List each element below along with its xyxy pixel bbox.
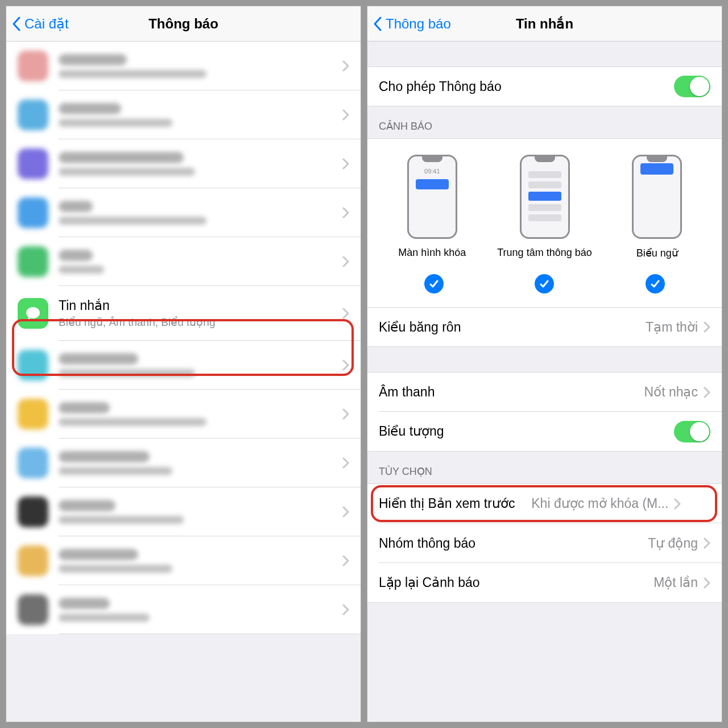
app-icon — [18, 100, 48, 130]
sound-row[interactable]: Âm thanh Nốt nhạc — [367, 372, 722, 412]
banner-preview-icon — [632, 155, 682, 239]
blurred-title — [59, 152, 184, 163]
grouping-value: Tự động — [648, 536, 698, 551]
blurred-subtitle — [59, 565, 172, 573]
banner-style-row[interactable]: Kiểu băng rôn Tạm thời — [367, 307, 722, 347]
blurred-subtitle — [59, 369, 195, 377]
blurred-subtitle — [59, 418, 206, 426]
app-row-blurred[interactable] — [6, 390, 361, 439]
blurred-title — [59, 500, 115, 511]
chevron-right-icon — [342, 158, 349, 169]
chevron-right-icon — [674, 498, 681, 510]
app-row-blurred[interactable] — [6, 536, 361, 585]
chevron-left-icon — [373, 16, 382, 31]
grouping-label: Nhóm thông báo — [379, 536, 648, 551]
alert-style-lockscreen[interactable]: 09:41 Màn hình khóa — [379, 155, 486, 259]
banner-style-value: Tạm thời — [646, 320, 698, 335]
app-row-blurred[interactable] — [6, 90, 361, 139]
app-row-blurred[interactable] — [6, 42, 361, 90]
app-row-messages[interactable]: Tin nhắnBiểu ngữ, Âm thanh, Biểu tượng — [6, 286, 361, 341]
chevron-right-icon — [342, 109, 349, 121]
repeat-alerts-row[interactable]: Lặp lại Cảnh báo Một lần — [367, 563, 722, 603]
blurred-subtitle — [59, 614, 150, 622]
chevron-right-icon — [704, 321, 710, 333]
blurred-title — [59, 451, 150, 462]
back-label: Cài đặt — [24, 16, 69, 32]
blurred-title — [59, 103, 121, 114]
app-icon — [18, 497, 48, 527]
grouping-row[interactable]: Nhóm thông báo Tự động — [367, 523, 722, 563]
alerts-styles: 09:41 Màn hình khóa — [367, 138, 722, 307]
blurred-subtitle — [59, 119, 172, 127]
section-header-options: TÙY CHỌN — [367, 452, 722, 483]
badge-switch[interactable] — [674, 421, 710, 442]
chevron-right-icon — [342, 506, 349, 518]
chevron-right-icon — [342, 555, 349, 566]
blurred-subtitle — [59, 217, 206, 225]
blurred-subtitle — [59, 266, 104, 274]
preview-value: Khi được mở khóa (M... — [520, 496, 668, 511]
blurred-subtitle — [59, 168, 195, 176]
chevron-right-icon — [342, 604, 349, 615]
check-icon[interactable] — [646, 274, 665, 293]
check-icon[interactable] — [424, 274, 444, 293]
alert-label: Trung tâm thông báo — [497, 247, 592, 259]
chevron-right-icon — [342, 207, 349, 218]
chevron-right-icon — [342, 60, 349, 72]
repeat-value: Một lần — [653, 575, 698, 590]
app-row-blurred[interactable] — [6, 237, 361, 286]
blurred-title — [59, 250, 93, 261]
navbar: Cài đặt Thông báo — [6, 6, 361, 42]
blurred-title — [59, 402, 110, 413]
app-icon — [18, 399, 48, 429]
app-row-blurred[interactable] — [6, 188, 361, 237]
allow-notifications-row[interactable]: Cho phép Thông báo — [367, 67, 722, 106]
back-button[interactable]: Thông báo — [367, 16, 451, 32]
settings-list[interactable]: Cho phép Thông báo CẢNH BÁO 09:41 Màn hì… — [367, 42, 722, 722]
section-header-alerts: CẢNH BÁO — [367, 106, 722, 138]
blurred-title — [59, 201, 93, 212]
blurred-subtitle — [59, 70, 206, 78]
right-pane-messages-settings: Thông báo Tin nhắn Cho phép Thông báo CẢ… — [367, 6, 722, 722]
sound-value: Nốt nhạc — [644, 384, 698, 400]
chevron-right-icon — [342, 308, 349, 319]
back-button[interactable]: Cài đặt — [6, 16, 69, 32]
sound-label: Âm thanh — [379, 384, 644, 400]
show-previews-row[interactable]: Hiển thị Bản xem trước Khi được mở khóa … — [367, 483, 722, 523]
check-icon[interactable] — [535, 274, 554, 293]
alert-label: Biểu ngữ — [636, 247, 678, 259]
alert-label: Màn hình khóa — [398, 247, 466, 259]
navbar: Thông báo Tin nhắn — [367, 6, 722, 42]
app-icon — [18, 148, 48, 179]
alert-style-banner[interactable]: Biểu ngữ — [603, 155, 710, 259]
allow-switch[interactable] — [674, 76, 710, 97]
app-icon — [18, 594, 48, 625]
app-icon — [18, 545, 48, 576]
chevron-right-icon — [342, 359, 349, 371]
app-row-blurred[interactable] — [6, 585, 361, 634]
messages-title: Tin nhắn — [59, 298, 342, 313]
allow-label: Cho phép Thông báo — [379, 79, 674, 94]
preview-label: Hiển thị Bản xem trước — [379, 496, 515, 511]
badge-label: Biểu tượng — [379, 424, 674, 439]
blurred-title — [59, 598, 110, 609]
app-list[interactable]: Tin nhắnBiểu ngữ, Âm thanh, Biểu tượng — [6, 42, 361, 722]
app-icon — [18, 51, 48, 81]
app-icon — [18, 350, 48, 380]
notification-center-preview-icon — [520, 155, 570, 239]
app-row-blurred[interactable] — [6, 139, 361, 188]
app-icon — [18, 448, 48, 478]
badge-row[interactable]: Biểu tượng — [367, 412, 722, 452]
back-label: Thông báo — [386, 16, 451, 32]
app-icon — [18, 197, 48, 228]
left-pane-notifications: Cài đặt Thông báo Tin nhắnBiểu ngữ, Âm t… — [6, 6, 361, 722]
app-row-blurred[interactable] — [6, 439, 361, 487]
lockscreen-preview-icon: 09:41 — [407, 155, 457, 239]
blurred-title — [59, 353, 138, 365]
alert-style-notification-center[interactable]: Trung tâm thông báo — [491, 155, 598, 259]
app-row-blurred[interactable] — [6, 341, 361, 390]
chevron-left-icon — [12, 16, 21, 31]
banner-style-label: Kiểu băng rôn — [379, 320, 646, 335]
app-row-blurred[interactable] — [6, 487, 361, 536]
blurred-title — [59, 549, 138, 560]
